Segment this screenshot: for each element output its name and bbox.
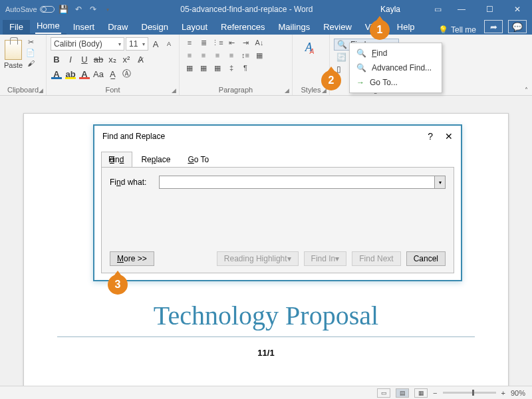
change-case-button[interactable]: Aa: [92, 68, 104, 80]
italic-button[interactable]: I: [65, 53, 76, 65]
tell-me-label: Tell me: [451, 25, 476, 35]
maximize-button[interactable]: ☐: [476, 0, 503, 19]
subscript-button[interactable]: x₂: [106, 53, 118, 65]
highlight-button[interactable]: ab: [65, 68, 76, 80]
bold-button[interactable]: B: [51, 53, 63, 65]
tab-insert[interactable]: Insert: [66, 20, 102, 35]
tab-home[interactable]: Home: [30, 19, 66, 35]
bullets-icon[interactable]: ≡: [184, 37, 196, 48]
tab-references[interactable]: References: [214, 20, 271, 35]
borders3-icon[interactable]: ▦: [211, 63, 223, 73]
qat-more-icon[interactable]: ▾: [102, 4, 113, 15]
multilevel-icon[interactable]: ⋮≡: [211, 37, 223, 48]
launcher-icon[interactable]: ◢: [39, 87, 43, 94]
zoom-level[interactable]: 90%: [511, 389, 525, 397]
close-dialog-button[interactable]: ✕: [445, 131, 453, 142]
help-button[interactable]: ?: [428, 131, 433, 142]
borders2-icon[interactable]: ▦: [198, 63, 209, 73]
menu-goto[interactable]: →Go To...: [350, 75, 442, 90]
show-marks-icon[interactable]: ¶: [239, 63, 251, 73]
launcher-icon[interactable]: ◢: [172, 87, 176, 94]
superscript-button[interactable]: x²: [120, 53, 132, 65]
tell-me[interactable]: 💡 Tell me: [433, 25, 481, 35]
autosave-toggle[interactable]: AutoSave: [5, 5, 55, 13]
text-effects-button[interactable]: A: [51, 68, 63, 80]
user-name[interactable]: Kayla: [380, 5, 400, 14]
web-layout-icon[interactable]: ▦: [414, 388, 428, 398]
numbering-icon[interactable]: ≣: [198, 37, 209, 48]
magnifier-icon: 🔍: [356, 49, 366, 58]
char-border-icon[interactable]: A̲: [106, 68, 118, 80]
inc-indent-icon[interactable]: ⇥: [239, 37, 251, 48]
line-spacing-icon[interactable]: ↕≡: [239, 50, 251, 61]
paste-label: Paste: [4, 61, 23, 69]
find-what-input[interactable]: ▾: [159, 176, 446, 189]
align-left-icon[interactable]: ≡: [184, 50, 196, 61]
menu-advanced-find[interactable]: 🔍Advanced Find...: [350, 61, 442, 75]
collapse-ribbon-icon[interactable]: ˄: [525, 86, 528, 94]
tab-mailings[interactable]: Mailings: [272, 20, 317, 35]
zoom-out-button[interactable]: −: [433, 389, 437, 397]
grow-font-icon[interactable]: A: [150, 38, 162, 50]
ribbon-options-icon[interactable]: ▭: [428, 5, 447, 14]
find-next-button[interactable]: Find Next: [352, 251, 400, 266]
dialog-title: Find and Replace: [102, 132, 165, 141]
dec-indent-icon[interactable]: ⇤: [225, 37, 237, 48]
print-layout-icon[interactable]: ▤: [396, 388, 409, 398]
autosave-label: AutoSave: [5, 5, 37, 13]
dialog-tab-goto[interactable]: Go To: [179, 152, 217, 168]
tab-file[interactable]: File: [3, 20, 30, 35]
shading-icon[interactable]: ▦: [253, 50, 265, 61]
align-center-icon[interactable]: ≡: [198, 50, 209, 61]
launcher-icon[interactable]: ◢: [285, 87, 289, 94]
styles-button[interactable]: AA: [302, 37, 321, 57]
tab-design[interactable]: Design: [135, 20, 175, 35]
font-color-button[interactable]: A: [78, 68, 90, 80]
zoom-in-button[interactable]: +: [501, 389, 505, 397]
minimize-button[interactable]: —: [448, 0, 475, 19]
more-button[interactable]: More >>: [110, 251, 154, 266]
justify-icon[interactable]: ≡: [225, 50, 237, 61]
dialog-tab-find[interactable]: d Find: [101, 152, 132, 168]
chevron-down-icon[interactable]: ▾: [434, 176, 445, 188]
menu-find[interactable]: 🔍Find: [350, 46, 442, 61]
dialog-tab-replace[interactable]: Replace: [132, 152, 179, 168]
zoom-slider[interactable]: [443, 392, 496, 394]
strike-button[interactable]: ab: [92, 53, 104, 65]
tab-layout[interactable]: Layout: [175, 20, 214, 35]
find-what-label: Find what:: [110, 178, 155, 187]
line-spacing2-icon[interactable]: ‡: [225, 63, 237, 73]
comments-button[interactable]: 💬: [508, 20, 527, 33]
tab-help[interactable]: Help: [390, 20, 422, 35]
sort-icon[interactable]: A↓: [253, 37, 265, 48]
font-name-select[interactable]: Calibri (Body)▾: [51, 37, 124, 51]
format-painter-icon[interactable]: 🖌: [25, 59, 36, 68]
tab-review[interactable]: Review: [317, 20, 358, 35]
document-date: 11/1: [24, 348, 508, 358]
clipboard-icon: [5, 40, 22, 60]
callout-1: 1: [370, 20, 390, 40]
redo-icon[interactable]: ↷: [88, 4, 98, 15]
tab-draw[interactable]: Draw: [101, 20, 134, 35]
shrink-font-icon[interactable]: A: [163, 38, 175, 50]
share-button[interactable]: ➦: [484, 20, 503, 33]
underline-button[interactable]: U: [78, 53, 90, 65]
borders-icon[interactable]: ▦: [184, 63, 196, 73]
copy-icon[interactable]: 📄: [25, 48, 36, 57]
save-icon[interactable]: 💾: [59, 4, 69, 15]
align-right-icon[interactable]: ≡: [211, 50, 223, 61]
find-in-button[interactable]: Find In ▾: [304, 251, 347, 266]
ribbon: Paste ✂ 📄 🖌 Clipboard◢ Calibri (Body)▾ 1…: [0, 35, 532, 96]
cut-icon[interactable]: ✂: [25, 37, 36, 47]
char-shading-icon[interactable]: Ⓐ: [120, 68, 132, 80]
reading-highlight-button[interactable]: Reading Highlight ▾: [217, 251, 299, 266]
paste-button[interactable]: Paste: [4, 37, 23, 69]
title-bar: AutoSave 💾 ↶ ↷ ▾ 05-advanced-find-and-re…: [0, 0, 532, 19]
cancel-button[interactable]: Cancel: [406, 251, 446, 266]
read-mode-icon[interactable]: ▭: [377, 388, 390, 398]
close-button[interactable]: ✕: [504, 0, 531, 19]
font-size-select[interactable]: 11▾: [126, 37, 148, 51]
clear-format-icon[interactable]: A̷: [134, 53, 146, 65]
arrow-right-icon: →: [356, 78, 364, 87]
undo-icon[interactable]: ↶: [73, 4, 84, 15]
